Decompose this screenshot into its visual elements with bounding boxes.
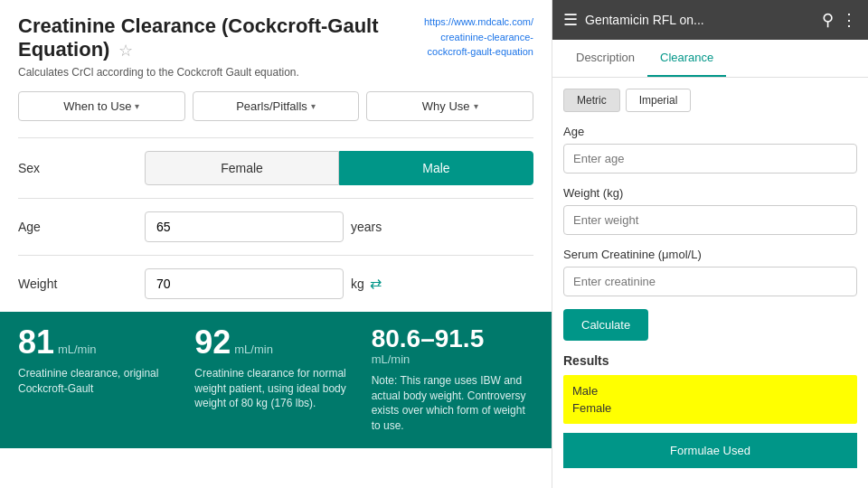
- right-panel: ☰ Gentamicin RFL on... ⚲ ⋮ Description C…: [552, 0, 868, 488]
- result-col-1: 81 mL/min Creatinine clearance, original…: [18, 326, 194, 434]
- page-title: Creatinine Clearance (Cockcroft-Gault Eq…: [18, 14, 415, 62]
- result-2-value: 92: [194, 324, 231, 361]
- result-2-desc: Creatinine clearance for normal weight p…: [194, 366, 356, 411]
- result-1-desc: Creatinine clearance, original Cockcroft…: [18, 366, 180, 397]
- top-bar: ☰ Gentamicin RFL on... ⚲ ⋮: [552, 0, 868, 40]
- tab-description[interactable]: Description: [563, 40, 647, 77]
- age-row: Age years: [18, 198, 533, 255]
- result-2-unit: mL/min: [234, 343, 273, 356]
- weight-input[interactable]: [145, 268, 344, 299]
- weight-unit: kg: [351, 277, 364, 291]
- right-age-group: Age: [563, 125, 857, 174]
- why-use-button[interactable]: Why Use ▾: [366, 91, 533, 121]
- result-male: Male: [572, 382, 848, 399]
- results-panel: 81 mL/min Creatinine clearance, original…: [0, 312, 552, 448]
- formulae-button[interactable]: Formulae Used: [563, 433, 857, 468]
- sex-row: Sex Female Male: [18, 137, 533, 198]
- weight-row: Weight kg ⇄: [18, 255, 533, 312]
- result-1-unit: mL/min: [58, 343, 97, 356]
- result-female: Female: [572, 399, 848, 417]
- right-age-input[interactable]: [563, 144, 857, 174]
- age-label: Age: [18, 220, 145, 234]
- result-3-unit: mL/min: [372, 352, 410, 366]
- result-2-container: 92 mL/min: [194, 326, 356, 359]
- age-unit: years: [351, 220, 382, 234]
- star-icon[interactable]: ☆: [118, 42, 133, 60]
- result-1-container: 81 mL/min: [18, 326, 180, 359]
- sex-label: Sex: [18, 161, 145, 175]
- more-options-icon[interactable]: ⋮: [841, 10, 857, 30]
- search-icon[interactable]: ⚲: [822, 10, 834, 30]
- metric-button[interactable]: Metric: [563, 89, 620, 112]
- age-control: years: [145, 211, 533, 242]
- subtitle: Calculates CrCl according to the Cockcro…: [18, 66, 415, 79]
- result-3-container: 80.6–91.5: [372, 326, 533, 352]
- sex-toggle: Female Male: [145, 151, 533, 185]
- accordion-row: When to Use ▾ Pearls/Pitfalls ▾ Why Use …: [18, 91, 533, 121]
- weight-control: kg ⇄: [145, 268, 533, 299]
- title-block: Creatinine Clearance (Cockcroft-Gault Eq…: [18, 14, 415, 79]
- results-highlight: Male Female: [563, 375, 857, 424]
- right-weight-input[interactable]: [563, 205, 857, 235]
- chevron-down-icon: ▾: [311, 101, 316, 111]
- right-creatinine-group: Serum Creatinine (μmol/L): [563, 248, 857, 296]
- form-area: Sex Female Male Age years Weight kg: [18, 137, 533, 312]
- result-1-value: 81: [18, 324, 54, 361]
- result-3-range: 80.6–91.5: [372, 324, 485, 352]
- calculate-button[interactable]: Calculate: [563, 309, 648, 341]
- unit-toggle-row: Metric Imperial: [563, 89, 857, 112]
- result-col-2: 92 mL/min Creatinine clearance for norma…: [194, 326, 371, 434]
- right-creatinine-label: Serum Creatinine (μmol/L): [563, 248, 857, 261]
- tab-clearance[interactable]: Clearance: [647, 40, 726, 77]
- left-panel: Creatinine Clearance (Cockcroft-Gault Eq…: [0, 0, 552, 488]
- right-content: Metric Imperial Age Weight (kg) Serum Cr…: [552, 78, 868, 488]
- swap-unit-icon[interactable]: ⇄: [370, 275, 382, 292]
- results-section-title: Results: [563, 353, 857, 368]
- imperial-button[interactable]: Imperial: [626, 89, 692, 112]
- sex-control: Female Male: [145, 151, 533, 185]
- tab-bar: Description Clearance: [552, 40, 868, 78]
- right-weight-group: Weight (kg): [563, 186, 857, 235]
- right-weight-label: Weight (kg): [563, 186, 857, 200]
- app-title: Gentamicin RFL on...: [585, 13, 815, 27]
- hamburger-icon[interactable]: ☰: [563, 10, 578, 30]
- when-to-use-button[interactable]: When to Use ▾: [18, 91, 185, 121]
- pearls-pitfalls-button[interactable]: Pearls/Pitfalls ▾: [193, 91, 360, 121]
- result-3-desc: Note: This range uses IBW and actual bod…: [372, 373, 533, 434]
- weight-unit-area: kg ⇄: [351, 275, 382, 292]
- right-age-label: Age: [563, 125, 857, 138]
- title-text: Creatinine Clearance (Cockcroft-Gault Eq…: [18, 14, 379, 61]
- female-button[interactable]: Female: [145, 151, 339, 185]
- age-input[interactable]: [145, 211, 344, 242]
- chevron-down-icon: ▾: [474, 101, 478, 111]
- url-text[interactable]: https://www.mdcalc.com/ creatinine-clear…: [424, 14, 533, 60]
- male-button[interactable]: Male: [339, 151, 533, 185]
- title-row: Creatinine Clearance (Cockcroft-Gault Eq…: [18, 14, 533, 79]
- chevron-down-icon: ▾: [135, 101, 139, 111]
- weight-label: Weight: [18, 277, 145, 291]
- right-creatinine-input[interactable]: [563, 267, 857, 296]
- result-3-unit-line: mL/min: [372, 352, 533, 366]
- result-col-3: 80.6–91.5 mL/min Note: This range uses I…: [372, 326, 533, 434]
